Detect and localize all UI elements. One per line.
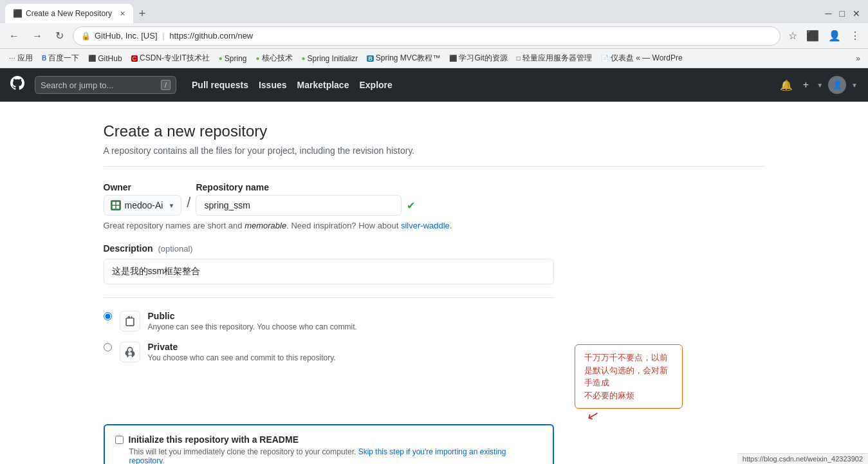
private-radio[interactable]	[104, 343, 112, 351]
browser-tab-bar: ⬛ Create a New Repository ✕ + ─ □ ✕	[0, 0, 868, 23]
bookmark-initializr[interactable]: ● Spring Initializr	[298, 53, 362, 64]
slash-divider: /	[181, 192, 196, 216]
svg-rect-0	[112, 202, 115, 205]
github-nav: Pull requests Issues Marketplace Explore	[192, 80, 392, 90]
valid-checkmark-icon: ✔	[407, 200, 415, 216]
private-row-container: Private You choose who can see and commi…	[104, 342, 683, 409]
bookmark-label: Spring MVC教程™	[376, 53, 441, 64]
init-desc: This will let you immediately clone the …	[129, 447, 542, 464]
search-shortcut: /	[161, 80, 171, 90]
status-url: https://blog.csdn.net/weixin_42323902	[743, 455, 863, 463]
bookmark-label: Spring Initializr	[308, 54, 358, 63]
new-tab-button[interactable]: +	[133, 5, 151, 23]
avatar-dropdown-chevron: ▼	[851, 82, 858, 89]
svg-rect-3	[116, 206, 119, 209]
section-divider	[104, 297, 554, 298]
baidu-favicon: B	[42, 55, 46, 62]
minimize-button[interactable]: ─	[823, 8, 835, 19]
public-desc: Anyone can see this repository. You choo…	[148, 322, 554, 331]
owner-select[interactable]: medoo-Ai ▼	[104, 195, 182, 216]
avatar-button[interactable]: 👤	[826, 27, 844, 44]
dropdown-chevron: ▼	[817, 82, 823, 89]
nav-marketplace[interactable]: Marketplace	[297, 80, 349, 90]
address-bar[interactable]: 🔒 GitHub, Inc. [US] | https://github.com…	[73, 26, 780, 46]
lock-icon: 🔒	[81, 32, 91, 41]
main-content: Create a new repository A repository con…	[93, 102, 775, 464]
bookmark-core[interactable]: ● 核心技术	[252, 51, 297, 65]
mvc-favicon: B	[367, 55, 374, 62]
tab-title: Create a New Repository	[26, 9, 112, 18]
nav-explore[interactable]: Explore	[359, 80, 392, 90]
annotation-container: 千万万千不要点，以前是默认勾选的，会对新手造成不必要的麻烦 ↙	[564, 344, 683, 409]
apps-favicon: ⋯	[9, 55, 15, 62]
annotation-box: 千万万千不要点，以前是默认勾选的，会对新手造成不必要的麻烦	[575, 344, 683, 409]
bookmark-baidu[interactable]: B 百度一下	[38, 51, 83, 65]
owner-label: Owner	[104, 182, 182, 192]
private-title: Private	[148, 342, 554, 352]
notifications-button[interactable]: 🔔	[777, 77, 795, 94]
bookmark-label: 核心技术	[262, 53, 293, 64]
bookmark-label: GitHub	[98, 54, 122, 63]
init-label[interactable]: Initialize this repository with a README	[129, 434, 299, 445]
description-input[interactable]	[104, 259, 554, 284]
tab-close-button[interactable]: ✕	[120, 10, 125, 18]
bookmark-icon[interactable]: ☆	[786, 27, 800, 44]
close-button[interactable]: ✕	[850, 8, 863, 19]
bookmark-label: 轻量应用服务器管理	[522, 53, 592, 64]
bookmark-git[interactable]: ⬛ 学习Git的资源	[445, 51, 511, 65]
bookmark-github[interactable]: ⬛ GitHub	[84, 53, 125, 64]
url-text: GitHub, Inc. [US] | https://github.com/n…	[95, 31, 772, 41]
toolbar-actions: ☆ ⬛ 👤 ⋮	[786, 27, 863, 44]
maximize-button[interactable]: □	[837, 8, 847, 19]
bookmark-label: 百度一下	[48, 53, 79, 64]
nav-issues[interactable]: Issues	[259, 80, 287, 90]
bookmark-spring[interactable]: ● Spring	[215, 53, 251, 64]
init-readme-checkbox[interactable]	[115, 436, 124, 444]
user-avatar[interactable]: 👤	[828, 76, 846, 94]
status-bar: https://blog.csdn.net/weixin_42323902	[737, 453, 868, 464]
repo-name-label: Repository name	[196, 182, 415, 192]
description-optional: (optional)	[158, 244, 192, 254]
github-favicon: ⬛	[88, 55, 96, 62]
github-search[interactable]: Search or jump to... /	[35, 76, 176, 94]
bookmark-csdn[interactable]: C CSDN-专业IT技术社	[127, 51, 214, 65]
reload-button[interactable]: ↻	[51, 27, 68, 44]
bookmark-mvc[interactable]: B Spring MVC教程™	[363, 51, 444, 65]
bookmark-label: Spring	[225, 54, 247, 63]
menu-button[interactable]: ⋮	[847, 27, 863, 44]
init-checkbox-row: Initialize this repository with a README	[115, 434, 542, 445]
bookmark-wp[interactable]: 📄 仪表盘 « — WordPre	[597, 51, 687, 65]
inspiration-link[interactable]: silver-waddle	[401, 221, 450, 230]
back-button[interactable]: ←	[5, 28, 23, 44]
public-info: Public Anyone can see this repository. Y…	[148, 311, 554, 331]
header-actions: 🔔 + ▼ 👤 ▼	[777, 76, 858, 94]
description-group: Description (optional)	[104, 243, 554, 284]
active-browser-tab[interactable]: ⬛ Create a New Repository ✕	[5, 4, 133, 23]
bookmarks-bar: ⋯ 应用 B 百度一下 ⬛ GitHub C CSDN-专业IT技术社 ● Sp…	[0, 49, 868, 68]
github-logo[interactable]	[10, 76, 24, 94]
repo-name-input[interactable]	[196, 195, 402, 216]
git-favicon: ⬛	[449, 55, 457, 62]
owner-value: medoo-Ai	[125, 200, 163, 210]
description-label: Description (optional)	[104, 243, 554, 254]
browser-toolbar: ← → ↻ 🔒 GitHub, Inc. [US] | https://gith…	[0, 23, 868, 49]
bookmark-apps[interactable]: ⋯ 应用	[5, 51, 37, 65]
nav-pull-requests[interactable]: Pull requests	[192, 80, 248, 90]
annotation-arrow-icon: ↙	[585, 406, 600, 425]
private-icon	[120, 342, 140, 362]
bookmarks-more-button[interactable]: »	[853, 53, 863, 64]
svg-rect-1	[116, 202, 119, 205]
new-repo-button[interactable]: +	[800, 77, 811, 93]
server-favicon: □	[517, 55, 521, 62]
page-subtitle: A repository contains all the files for …	[104, 145, 765, 167]
extension-icon[interactable]: ⬛	[804, 27, 822, 44]
private-info: Private You choose who can see and commi…	[148, 342, 554, 362]
public-radio[interactable]	[104, 312, 112, 320]
svg-rect-2	[112, 206, 115, 209]
wp-favicon: 📄	[601, 55, 609, 62]
github-header: Search or jump to... / Pull requests Iss…	[0, 68, 868, 102]
bookmark-server[interactable]: □ 轻量应用服务器管理	[513, 51, 596, 65]
browser-chrome: ⬛ Create a New Repository ✕ + ─ □ ✕ ← → …	[0, 0, 868, 68]
private-option: Private You choose who can see and commi…	[104, 342, 554, 362]
forward-button[interactable]: →	[28, 28, 46, 44]
